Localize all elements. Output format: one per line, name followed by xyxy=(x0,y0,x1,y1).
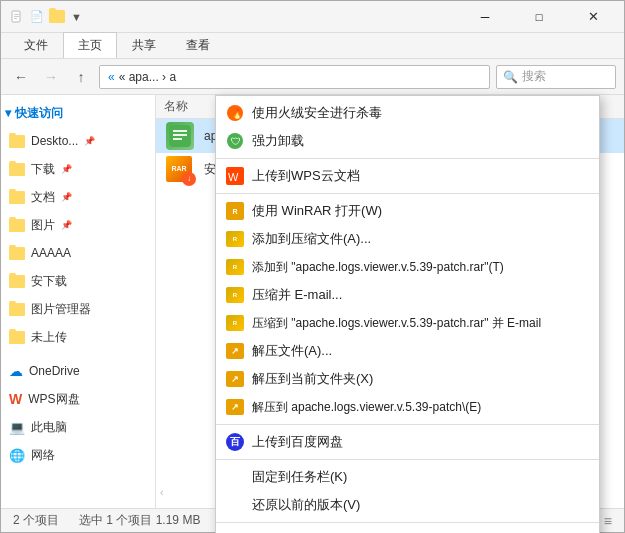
ctx-extract-path[interactable]: ↗ 解压到 apache.logs.viewer.v.5.39-patch\(E… xyxy=(216,393,599,421)
sidebar-item-aaaaa[interactable]: AAAAA xyxy=(1,239,155,267)
tab-share[interactable]: 共享 xyxy=(117,32,171,58)
extract-here-icon: ↗ xyxy=(224,368,246,390)
ctx-baidu-label: 上传到百度网盘 xyxy=(252,433,343,451)
sidebar-item-anxzai[interactable]: 安下载 xyxy=(1,267,155,295)
wps-icon: W xyxy=(9,391,22,407)
sidebar-item-notuploaded[interactable]: 未上传 xyxy=(1,323,155,351)
address-text: « apa... › a xyxy=(119,70,176,84)
selected-info: 选中 1 个项目 1.19 MB xyxy=(79,512,200,529)
svg-rect-1 xyxy=(14,14,19,15)
column-name-label: 名称 xyxy=(164,98,188,115)
maximize-button[interactable]: □ xyxy=(516,4,562,30)
sidebar-wps-label: WPS网盘 xyxy=(28,391,79,408)
svg-rect-6 xyxy=(173,134,187,136)
sidebar-item-onedrive[interactable]: ☁ OneDrive xyxy=(1,357,155,385)
ctx-compress-named-email-label: 压缩到 "apache.logs.viewer.v.5.39-patch.rar… xyxy=(252,315,541,332)
sidebar-item-label: 安下载 xyxy=(31,273,67,290)
scroll-arrow[interactable]: ‹ xyxy=(160,486,164,498)
extract-icon: ↗ xyxy=(224,340,246,362)
address-bar[interactable]: « « apa... › a xyxy=(99,65,490,89)
search-placeholder: 搜索 xyxy=(522,68,546,85)
ctx-uninstall[interactable]: 🛡 强力卸载 xyxy=(216,127,599,155)
search-bar[interactable]: 🔍 搜索 xyxy=(496,65,616,89)
sidebar-item-pc[interactable]: 💻 此电脑 xyxy=(1,413,155,441)
sidebar-item-pictures[interactable]: 图片 📌 xyxy=(1,211,155,239)
file-icon: RAR ↓ xyxy=(164,154,196,186)
sidebar-item-network[interactable]: 🌐 网络 xyxy=(1,441,155,469)
ctx-fire360[interactable]: 🔥 使用火绒安全进行杀毒 xyxy=(216,99,599,127)
title-bar-dropdown[interactable]: ▼ xyxy=(71,11,82,23)
svg-rect-7 xyxy=(173,138,182,140)
winrar-named-email-icon: R xyxy=(224,312,246,334)
ctx-winrar-open-label: 使用 WinRAR 打开(W) xyxy=(252,202,382,220)
winrar-named-icon: R xyxy=(224,256,246,278)
ctx-pin-taskbar-label: 固定到任务栏(K) xyxy=(252,468,347,486)
chevron-down-icon: ▾ xyxy=(5,106,11,120)
sidebar-item-desktop[interactable]: Deskto... 📌 xyxy=(1,127,155,155)
up-button[interactable]: ↑ xyxy=(69,65,93,89)
title-bar-folder-icon xyxy=(49,10,65,23)
ctx-add-archive-label: 添加到压缩文件(A)... xyxy=(252,230,371,248)
svg-text:🔥: 🔥 xyxy=(231,107,244,120)
ctx-wps-cloud[interactable]: W 上传到WPS云文档 xyxy=(216,162,599,190)
folder-icon xyxy=(9,247,25,260)
sidebar-item-download[interactable]: 下载 📌 xyxy=(1,155,155,183)
folder-icon xyxy=(9,163,25,176)
ctx-restore[interactable]: 还原以前的版本(V) xyxy=(216,491,599,519)
ctx-compress-email[interactable]: R 压缩并 E-mail... xyxy=(216,281,599,309)
computer-icon: 💻 xyxy=(9,420,25,435)
close-button[interactable]: ✕ xyxy=(570,4,616,30)
app-icon xyxy=(166,122,194,150)
item-count: 2 个项目 xyxy=(13,512,59,529)
sidebar-onedrive-label: OneDrive xyxy=(29,364,80,378)
ctx-sep-4 xyxy=(216,459,599,460)
sidebar-network-label: 网络 xyxy=(31,447,55,464)
file-icon xyxy=(164,120,196,152)
ctx-sep-3 xyxy=(216,424,599,425)
folder-icon xyxy=(9,135,25,148)
sidebar-item-label: 图片管理器 xyxy=(31,301,91,318)
sidebar-quick-access-header[interactable]: ▾ 快速访问 xyxy=(1,99,155,127)
pin-icon: 📌 xyxy=(61,220,72,230)
sidebar-item-wps[interactable]: W WPS网盘 xyxy=(1,385,155,413)
folder-icon xyxy=(9,275,25,288)
sidebar: ▾ 快速访问 Deskto... 📌 下载 📌 文档 📌 图片 � xyxy=(1,95,156,508)
ctx-add-named[interactable]: R 添加到 "apache.logs.viewer.v.5.39-patch.r… xyxy=(216,253,599,281)
ctx-sendto[interactable]: 发送到(N) › xyxy=(216,526,599,533)
ctx-sep-1 xyxy=(216,158,599,159)
svg-rect-2 xyxy=(14,16,19,17)
svg-rect-3 xyxy=(14,18,17,19)
svg-rect-5 xyxy=(173,130,187,132)
title-bar: 📄 ▼ ─ □ ✕ xyxy=(1,1,624,33)
ctx-uninstall-label: 强力卸载 xyxy=(252,132,304,150)
wps-cloud-icon: W xyxy=(224,165,246,187)
rar-badge: ↓ xyxy=(182,172,196,186)
svg-text:W: W xyxy=(228,171,239,183)
tab-view[interactable]: 查看 xyxy=(171,32,225,58)
ctx-compress-email-label: 压缩并 E-mail... xyxy=(252,286,342,304)
title-bar-new-icon: 📄 xyxy=(29,9,45,25)
ctx-extract-a[interactable]: ↗ 解压文件(A)... xyxy=(216,337,599,365)
sidebar-item-label: AAAAA xyxy=(31,246,71,260)
context-menu[interactable]: 🔥 使用火绒安全进行杀毒 🛡 强力卸载 W 上传到WPS云文档 R 使用 Win… xyxy=(215,95,600,533)
ctx-extract-path-label: 解压到 apache.logs.viewer.v.5.39-patch\(E) xyxy=(252,399,481,416)
ctx-add-archive[interactable]: R 添加到压缩文件(A)... xyxy=(216,225,599,253)
ctx-winrar-open[interactable]: R 使用 WinRAR 打开(W) xyxy=(216,197,599,225)
ctx-baidu[interactable]: 百 上传到百度网盘 xyxy=(216,428,599,456)
sidebar-item-documents[interactable]: 文档 📌 xyxy=(1,183,155,211)
tab-home[interactable]: 主页 xyxy=(63,32,117,58)
ctx-extract-here[interactable]: ↗ 解压到当前文件夹(X) xyxy=(216,365,599,393)
back-button[interactable]: ← xyxy=(9,65,33,89)
pin-icon: 📌 xyxy=(84,136,95,146)
pin-icon: 📌 xyxy=(61,164,72,174)
minimize-button[interactable]: ─ xyxy=(462,4,508,30)
sidebar-item-picmgr[interactable]: 图片管理器 xyxy=(1,295,155,323)
forward-button[interactable]: → xyxy=(39,65,63,89)
ctx-fire360-label: 使用火绒安全进行杀毒 xyxy=(252,104,382,122)
ctx-compress-named-email[interactable]: R 压缩到 "apache.logs.viewer.v.5.39-patch.r… xyxy=(216,309,599,337)
folder-icon xyxy=(9,331,25,344)
title-bar-doc-icon xyxy=(9,9,25,25)
ctx-pin-taskbar[interactable]: 固定到任务栏(K) xyxy=(216,463,599,491)
tab-file[interactable]: 文件 xyxy=(9,32,63,58)
fire-icon: 🔥 xyxy=(224,102,246,124)
